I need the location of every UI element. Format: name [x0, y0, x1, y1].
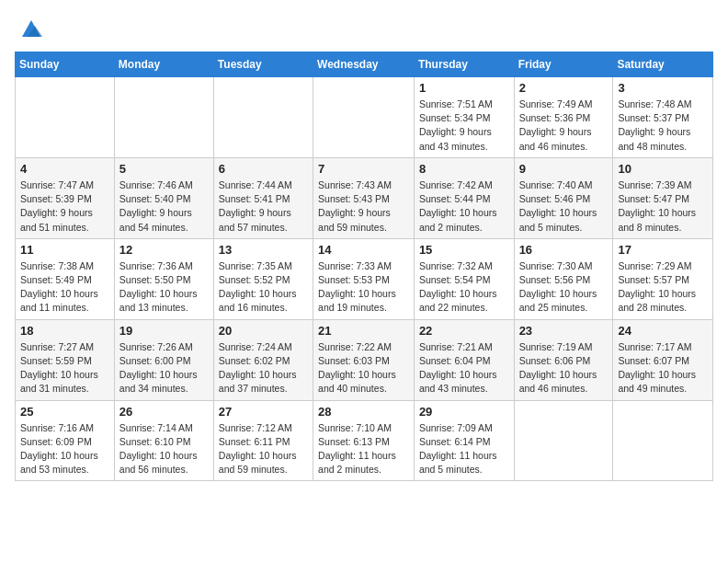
calendar-cell: 4Sunrise: 7:47 AMSunset: 5:39 PMDaylight… — [16, 157, 115, 238]
day-number: 9 — [519, 162, 609, 176]
col-header-friday: Friday — [514, 52, 613, 77]
calendar-cell — [213, 77, 313, 158]
day-info: Sunrise: 7:17 AMSunset: 6:07 PMDaylight:… — [618, 340, 708, 396]
day-number: 18 — [20, 324, 109, 338]
calendar-week-row: 1Sunrise: 7:51 AMSunset: 5:34 PMDaylight… — [16, 77, 713, 158]
logo-icon — [18, 15, 44, 40]
calendar-cell: 13Sunrise: 7:35 AMSunset: 5:52 PMDayligh… — [213, 238, 313, 319]
day-info: Sunrise: 7:21 AMSunset: 6:04 PMDaylight:… — [419, 340, 509, 396]
day-info: Sunrise: 7:14 AMSunset: 6:10 PMDaylight:… — [119, 421, 209, 477]
calendar-cell: 22Sunrise: 7:21 AMSunset: 6:04 PMDayligh… — [414, 319, 514, 400]
calendar-cell — [514, 400, 613, 481]
calendar-cell: 17Sunrise: 7:29 AMSunset: 5:57 PMDayligh… — [613, 238, 713, 319]
calendar-cell — [313, 77, 415, 158]
calendar-cell: 9Sunrise: 7:40 AMSunset: 5:46 PMDaylight… — [514, 157, 613, 238]
day-number: 22 — [419, 324, 509, 338]
day-info: Sunrise: 7:22 AMSunset: 6:03 PMDaylight:… — [318, 340, 409, 396]
day-info: Sunrise: 7:19 AMSunset: 6:06 PMDaylight:… — [519, 340, 609, 396]
calendar-cell: 25Sunrise: 7:16 AMSunset: 6:09 PMDayligh… — [16, 400, 115, 481]
day-number: 10 — [618, 162, 708, 176]
day-number: 13 — [219, 243, 308, 257]
day-info: Sunrise: 7:32 AMSunset: 5:54 PMDaylight:… — [419, 259, 509, 316]
calendar-header-row: SundayMondayTuesdayWednesdayThursdayFrid… — [16, 52, 713, 77]
day-info: Sunrise: 7:29 AMSunset: 5:57 PMDaylight:… — [618, 259, 708, 316]
day-info: Sunrise: 7:24 AMSunset: 6:02 PMDaylight:… — [219, 340, 308, 396]
col-header-wednesday: Wednesday — [313, 52, 415, 77]
day-number: 8 — [419, 162, 509, 176]
day-info: Sunrise: 7:48 AMSunset: 5:37 PMDaylight:… — [618, 98, 708, 154]
day-number: 2 — [519, 81, 609, 95]
day-info: Sunrise: 7:16 AMSunset: 6:09 PMDaylight:… — [20, 421, 109, 477]
calendar-cell: 12Sunrise: 7:36 AMSunset: 5:50 PMDayligh… — [114, 238, 213, 319]
col-header-thursday: Thursday — [414, 52, 514, 77]
calendar-cell — [114, 77, 213, 158]
calendar-cell — [16, 77, 115, 158]
day-info: Sunrise: 7:49 AMSunset: 5:36 PMDaylight:… — [519, 98, 609, 154]
day-number: 1 — [419, 81, 509, 95]
day-number: 29 — [419, 405, 509, 419]
day-info: Sunrise: 7:35 AMSunset: 5:52 PMDaylight:… — [219, 259, 308, 316]
calendar-week-row: 25Sunrise: 7:16 AMSunset: 6:09 PMDayligh… — [16, 400, 713, 481]
day-number: 4 — [20, 162, 109, 176]
col-header-monday: Monday — [114, 52, 213, 77]
calendar-cell: 27Sunrise: 7:12 AMSunset: 6:11 PMDayligh… — [213, 400, 313, 481]
calendar-cell: 24Sunrise: 7:17 AMSunset: 6:07 PMDayligh… — [613, 319, 713, 400]
day-info: Sunrise: 7:43 AMSunset: 5:43 PMDaylight:… — [318, 178, 409, 235]
calendar-cell: 28Sunrise: 7:10 AMSunset: 6:13 PMDayligh… — [313, 400, 415, 481]
calendar-cell: 15Sunrise: 7:32 AMSunset: 5:54 PMDayligh… — [414, 238, 514, 319]
calendar-cell: 11Sunrise: 7:38 AMSunset: 5:49 PMDayligh… — [16, 238, 115, 319]
logo — [15, 15, 44, 40]
col-header-sunday: Sunday — [16, 52, 115, 77]
day-number: 15 — [419, 243, 509, 257]
calendar-week-row: 11Sunrise: 7:38 AMSunset: 5:49 PMDayligh… — [16, 238, 713, 319]
calendar-cell: 8Sunrise: 7:42 AMSunset: 5:44 PMDaylight… — [414, 157, 514, 238]
col-header-saturday: Saturday — [613, 52, 713, 77]
calendar-cell: 18Sunrise: 7:27 AMSunset: 5:59 PMDayligh… — [16, 319, 115, 400]
calendar-cell: 1Sunrise: 7:51 AMSunset: 5:34 PMDaylight… — [414, 77, 514, 158]
calendar-cell: 10Sunrise: 7:39 AMSunset: 5:47 PMDayligh… — [613, 157, 713, 238]
day-number: 3 — [618, 81, 708, 95]
col-header-tuesday: Tuesday — [213, 52, 313, 77]
calendar-cell: 20Sunrise: 7:24 AMSunset: 6:02 PMDayligh… — [213, 319, 313, 400]
day-number: 26 — [119, 405, 209, 419]
day-info: Sunrise: 7:47 AMSunset: 5:39 PMDaylight:… — [20, 178, 109, 235]
calendar-cell: 14Sunrise: 7:33 AMSunset: 5:53 PMDayligh… — [313, 238, 415, 319]
calendar-cell: 16Sunrise: 7:30 AMSunset: 5:56 PMDayligh… — [514, 238, 613, 319]
calendar-cell: 19Sunrise: 7:26 AMSunset: 6:00 PMDayligh… — [114, 319, 213, 400]
day-info: Sunrise: 7:38 AMSunset: 5:49 PMDaylight:… — [20, 259, 109, 316]
day-number: 19 — [119, 324, 209, 338]
day-info: Sunrise: 7:44 AMSunset: 5:41 PMDaylight:… — [219, 178, 308, 235]
day-info: Sunrise: 7:40 AMSunset: 5:46 PMDaylight:… — [519, 178, 609, 235]
calendar-cell: 23Sunrise: 7:19 AMSunset: 6:06 PMDayligh… — [514, 319, 613, 400]
day-number: 16 — [519, 243, 609, 257]
calendar-week-row: 4Sunrise: 7:47 AMSunset: 5:39 PMDaylight… — [16, 157, 713, 238]
calendar-cell — [613, 400, 713, 481]
day-number: 5 — [119, 162, 209, 176]
day-number: 21 — [318, 324, 409, 338]
calendar-cell: 6Sunrise: 7:44 AMSunset: 5:41 PMDaylight… — [213, 157, 313, 238]
calendar-cell: 2Sunrise: 7:49 AMSunset: 5:36 PMDaylight… — [514, 77, 613, 158]
day-number: 27 — [219, 405, 308, 419]
day-info: Sunrise: 7:10 AMSunset: 6:13 PMDaylight:… — [318, 421, 409, 477]
day-number: 12 — [119, 243, 209, 257]
day-info: Sunrise: 7:09 AMSunset: 6:14 PMDaylight:… — [419, 421, 509, 477]
day-number: 24 — [618, 324, 708, 338]
calendar-cell: 29Sunrise: 7:09 AMSunset: 6:14 PMDayligh… — [414, 400, 514, 481]
day-info: Sunrise: 7:12 AMSunset: 6:11 PMDaylight:… — [219, 421, 308, 477]
calendar-cell: 5Sunrise: 7:46 AMSunset: 5:40 PMDaylight… — [114, 157, 213, 238]
day-info: Sunrise: 7:27 AMSunset: 5:59 PMDaylight:… — [20, 340, 109, 396]
calendar-cell: 3Sunrise: 7:48 AMSunset: 5:37 PMDaylight… — [613, 77, 713, 158]
calendar-cell: 7Sunrise: 7:43 AMSunset: 5:43 PMDaylight… — [313, 157, 415, 238]
calendar-cell: 21Sunrise: 7:22 AMSunset: 6:03 PMDayligh… — [313, 319, 415, 400]
day-info: Sunrise: 7:39 AMSunset: 5:47 PMDaylight:… — [618, 178, 708, 235]
day-info: Sunrise: 7:36 AMSunset: 5:50 PMDaylight:… — [119, 259, 209, 316]
calendar-week-row: 18Sunrise: 7:27 AMSunset: 5:59 PMDayligh… — [16, 319, 713, 400]
day-info: Sunrise: 7:26 AMSunset: 6:00 PMDaylight:… — [119, 340, 209, 396]
day-number: 7 — [318, 162, 409, 176]
page-header — [15, 15, 713, 40]
day-number: 28 — [318, 405, 409, 419]
day-info: Sunrise: 7:51 AMSunset: 5:34 PMDaylight:… — [419, 98, 509, 154]
day-number: 14 — [318, 243, 409, 257]
day-number: 17 — [618, 243, 708, 257]
calendar-table: SundayMondayTuesdayWednesdayThursdayFrid… — [15, 52, 713, 481]
